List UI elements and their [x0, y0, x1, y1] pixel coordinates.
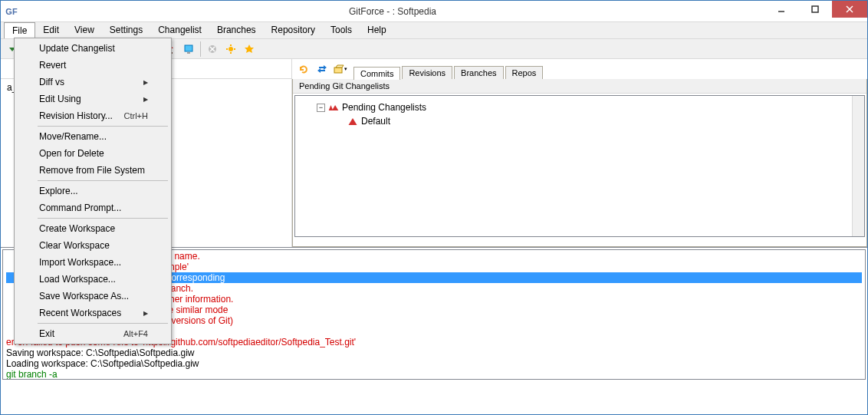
tree-root-label: Pending Changelists	[342, 102, 426, 113]
menu-item-recent-workspaces[interactable]: Recent Workspaces▶	[16, 305, 169, 321]
menu-item-label: Recent Workspaces	[39, 308, 121, 318]
menu-item-label: Revision History...	[39, 110, 113, 121]
menu-edit[interactable]: Edit	[35, 22, 67, 38]
menu-item-edit-using[interactable]: Edit Using▶	[16, 91, 169, 107]
close-button[interactable]	[832, 1, 867, 18]
minimize-button[interactable]	[764, 1, 798, 18]
menu-item-label: Create Workspace	[39, 223, 115, 234]
console-line: Loading workspace: C:\Softpedia\Softpedi…	[6, 358, 862, 369]
menu-item-label: Import Workspace...	[39, 257, 121, 268]
tab-commits[interactable]: Commits	[353, 67, 400, 80]
menu-item-save-workspace-as[interactable]: Save Workspace As...	[16, 288, 169, 305]
app-icon: GF	[5, 5, 18, 18]
folder-open-icon[interactable]: ▾	[332, 61, 349, 77]
menu-view[interactable]: View	[67, 22, 102, 38]
menu-item-load-workspace[interactable]: Load Workspace...	[16, 271, 169, 288]
tab-repos[interactable]: Repos	[505, 66, 544, 79]
menu-item-label: Diff vs	[39, 77, 64, 87]
pyramid-icon	[347, 117, 358, 126]
star-icon[interactable]	[241, 41, 258, 58]
right-pane-toolbar: ▾	[292, 59, 352, 79]
menu-branches[interactable]: Branches	[209, 22, 264, 38]
submenu-arrow-icon: ▶	[143, 96, 148, 103]
menu-item-label: Edit Using	[39, 94, 81, 104]
menu-separator	[38, 180, 168, 181]
submenu-arrow-icon: ▶	[143, 79, 148, 86]
menu-settings[interactable]: Settings	[102, 22, 150, 38]
console-line: Saving workspace: C:\Softpedia\Softpedia…	[6, 347, 862, 358]
menu-file[interactable]: File	[4, 22, 35, 38]
maximize-button[interactable]	[798, 1, 832, 18]
menu-item-clear-workspace[interactable]: Clear Workspace	[16, 237, 169, 254]
menu-item-diff-vs[interactable]: Diff vs▶	[16, 74, 169, 91]
menu-item-label: Remove from File System	[39, 165, 145, 176]
right-tabs: CommitsRevisionsBranchesRepos	[352, 62, 544, 79]
svg-rect-1	[812, 6, 818, 12]
menu-item-label: Command Prompt...	[39, 203, 121, 213]
menu-item-shortcut: Alt+F4	[123, 329, 148, 338]
tree-child-label: Default	[361, 116, 390, 127]
menu-item-revert[interactable]: Revert	[16, 57, 169, 74]
menu-item-label: Save Workspace As...	[39, 291, 129, 301]
submenu-arrow-icon: ▶	[143, 310, 148, 317]
svg-rect-18	[334, 68, 342, 73]
menu-item-open-for-delete[interactable]: Open for Delete	[16, 145, 169, 162]
menu-item-label: Revert	[39, 60, 66, 71]
menu-repository[interactable]: Repository	[264, 22, 323, 38]
refresh-blue-icon[interactable]	[295, 61, 312, 77]
cancel-icon[interactable]	[204, 41, 221, 58]
tab-branches[interactable]: Branches	[454, 66, 503, 79]
pyramid-icon	[328, 104, 339, 112]
window-controls	[764, 1, 867, 21]
right-pane: ▾ CommitsRevisionsBranchesRepos Pending …	[292, 59, 867, 247]
menu-item-label: Update Changelist	[39, 43, 115, 54]
menu-item-create-workspace[interactable]: Create Workspace	[16, 220, 169, 237]
swap-icon[interactable]	[314, 61, 330, 77]
menu-item-update-changelist[interactable]: Update Changelist	[16, 40, 169, 57]
menu-item-label: Clear Workspace	[39, 240, 110, 251]
menu-help[interactable]: Help	[360, 22, 394, 38]
svg-point-13	[229, 47, 233, 51]
svg-rect-8	[185, 45, 192, 51]
gear-icon[interactable]	[222, 41, 239, 58]
menu-separator	[38, 126, 168, 127]
toolbar-separator	[200, 41, 201, 57]
window-title: GitForce - : Softpedia	[21, 6, 764, 17]
menu-item-import-workspace[interactable]: Import Workspace...	[16, 254, 169, 271]
menu-item-remove-from-file-system[interactable]: Remove from File System	[16, 162, 169, 179]
menubar: FileEditViewSettingsChangelistBranchesRe…	[1, 22, 867, 39]
tree-expander[interactable]: −	[317, 104, 325, 112]
menu-tools[interactable]: Tools	[323, 22, 360, 38]
scrollbar[interactable]	[852, 96, 864, 236]
menu-item-explore[interactable]: Explore...	[16, 183, 169, 199]
console-line: git branch -a	[6, 369, 862, 380]
titlebar: GF GitForce - : Softpedia	[1, 1, 867, 22]
menu-item-label: Load Workspace...	[39, 274, 116, 285]
tab-revisions[interactable]: Revisions	[402, 66, 452, 79]
menu-separator	[38, 218, 168, 219]
tree-root-row[interactable]: − Pending Changelists	[301, 100, 858, 114]
menu-item-label: Move/Rename...	[39, 131, 107, 142]
menu-changelist[interactable]: Changelist	[150, 22, 209, 38]
file-menu-dropdown: Update ChangelistRevertDiff vs▶Edit Usin…	[14, 38, 172, 344]
svg-rect-9	[187, 52, 190, 54]
changelist-tree[interactable]: − Pending Changelists Default	[294, 95, 865, 237]
menu-item-revision-history[interactable]: Revision History...Ctrl+H	[16, 107, 169, 124]
menu-item-shortcut: Ctrl+H	[124, 111, 148, 120]
menu-item-label: Exit	[39, 328, 54, 339]
menu-item-exit[interactable]: ExitAlt+F4	[16, 325, 169, 342]
menu-item-command-prompt[interactable]: Command Prompt...	[16, 199, 169, 216]
menu-item-move-rename[interactable]: Move/Rename...	[16, 128, 169, 145]
menu-separator	[38, 323, 168, 324]
right-pane-header: Pending Git Changelists	[293, 79, 866, 94]
monitor-icon[interactable]	[180, 41, 197, 58]
menu-item-label: Open for Delete	[39, 148, 104, 159]
menu-item-label: Explore...	[39, 186, 78, 196]
tree-child-row[interactable]: Default	[301, 114, 858, 128]
